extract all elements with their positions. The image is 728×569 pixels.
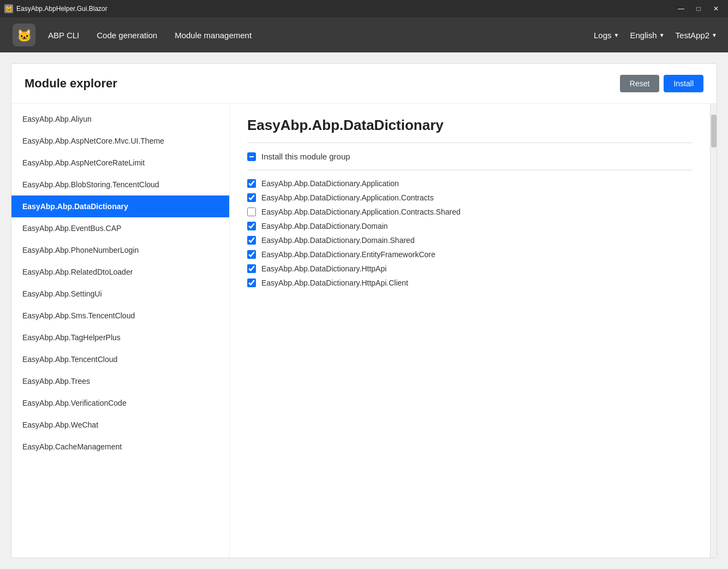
- title-bar-text: EasyAbp.AbpHelper.Gui.Blazor: [16, 5, 108, 13]
- reset-button[interactable]: Reset: [620, 75, 660, 92]
- install-group-row[interactable]: Install this module group: [247, 152, 693, 161]
- module-list-item[interactable]: EasyAbp.Abp.Aliyun: [11, 108, 229, 130]
- close-button[interactable]: ✕: [708, 3, 724, 15]
- card-header: Module explorer Reset Install: [11, 64, 717, 104]
- card-body: EasyAbp.Abp.AliyunEasyAbp.Abp.AspNetCore…: [11, 104, 717, 558]
- module-list: EasyAbp.Abp.AliyunEasyAbp.Abp.AspNetCore…: [11, 104, 230, 558]
- module-list-item[interactable]: EasyAbp.Abp.AspNetCoreRateLimit: [11, 152, 229, 174]
- module-explorer-title: Module explorer: [25, 76, 117, 91]
- navbar: 🐱 ABP CLI Code generation Module managem…: [0, 17, 728, 52]
- module-list-item[interactable]: EasyAbp.Abp.PhoneNumberLogin: [11, 239, 229, 261]
- submodule-checkbox[interactable]: [247, 250, 256, 259]
- scrollbar-thumb[interactable]: [711, 115, 717, 147]
- submodule-label[interactable]: EasyAbp.Abp.DataDictionary.Application.C…: [261, 208, 461, 216]
- submodule-row: EasyAbp.Abp.DataDictionary.HttpApi.Clien…: [247, 278, 693, 287]
- logs-chevron-icon: ▼: [614, 32, 619, 38]
- module-list-item[interactable]: EasyAbp.Abp.Trees: [11, 370, 229, 392]
- module-list-item[interactable]: EasyAbp.Abp.AspNetCore.Mvc.UI.Theme: [11, 130, 229, 152]
- module-list-item[interactable]: EasyAbp.Abp.DataDictionary: [11, 195, 229, 217]
- svg-text:🐱: 🐱: [17, 28, 32, 43]
- module-list-item[interactable]: EasyAbp.Abp.WeChat: [11, 414, 229, 436]
- install-group-label: Install this module group: [261, 152, 350, 161]
- nav-module-management[interactable]: Module management: [175, 31, 252, 40]
- submodule-label[interactable]: EasyAbp.Abp.DataDictionary.Domain.Shared: [261, 236, 415, 245]
- install-button[interactable]: Install: [664, 75, 703, 92]
- app-icon: 🐱: [4, 4, 13, 13]
- app-dropdown[interactable]: TestApp2 ▼: [676, 31, 717, 40]
- module-list-item[interactable]: EasyAbp.Abp.Sms.TencentCloud: [11, 305, 229, 327]
- module-list-item[interactable]: EasyAbp.Abp.VerificationCode: [11, 392, 229, 414]
- module-list-item[interactable]: EasyAbp.Abp.SettingUi: [11, 283, 229, 305]
- app-chevron-icon: ▼: [712, 32, 717, 38]
- submodule-row: EasyAbp.Abp.DataDictionary.Application.C…: [247, 193, 693, 202]
- submodule-label[interactable]: EasyAbp.Abp.DataDictionary.EntityFramewo…: [261, 250, 435, 259]
- logs-dropdown[interactable]: Logs ▼: [594, 31, 619, 40]
- submodule-label[interactable]: EasyAbp.Abp.DataDictionary.Application.C…: [261, 193, 434, 202]
- navbar-links: ABP CLI Code generation Module managemen…: [48, 31, 594, 40]
- language-label: English: [630, 31, 657, 40]
- submodule-checkbox[interactable]: [247, 179, 256, 188]
- submodule-row: EasyAbp.Abp.DataDictionary.Application: [247, 179, 693, 188]
- submodule-checkbox[interactable]: [247, 222, 256, 230]
- title-bar-controls[interactable]: — □ ✕: [673, 3, 724, 15]
- app-label: TestApp2: [676, 31, 710, 40]
- minimize-button[interactable]: —: [673, 3, 689, 15]
- title-bar: 🐱 EasyAbp.AbpHelper.Gui.Blazor — □ ✕: [0, 0, 728, 17]
- submodule-row: EasyAbp.Abp.DataDictionary.Domain.Shared: [247, 236, 693, 245]
- module-list-item[interactable]: EasyAbp.CacheManagement: [11, 436, 229, 458]
- scrollbar[interactable]: [710, 104, 717, 558]
- submodule-row: EasyAbp.Abp.DataDictionary.EntityFramewo…: [247, 250, 693, 259]
- divider-bottom: [247, 170, 693, 170]
- submodule-label[interactable]: EasyAbp.Abp.DataDictionary.Application: [261, 179, 399, 188]
- maximize-button[interactable]: □: [691, 3, 706, 15]
- submodules-container: EasyAbp.Abp.DataDictionary.ApplicationEa…: [247, 179, 693, 287]
- submodule-checkbox[interactable]: [247, 264, 256, 273]
- submodule-label[interactable]: EasyAbp.Abp.DataDictionary.HttpApi.Clien…: [261, 278, 408, 287]
- divider-top: [247, 143, 693, 143]
- module-list-item[interactable]: EasyAbp.Abp.BlobStoring.TencentCloud: [11, 174, 229, 195]
- submodule-checkbox[interactable]: [247, 193, 256, 202]
- nav-abp-cli[interactable]: ABP CLI: [48, 31, 79, 40]
- card-actions: Reset Install: [620, 75, 703, 92]
- module-list-item[interactable]: EasyAbp.Abp.TagHelperPlus: [11, 327, 229, 348]
- selected-module-title: EasyAbp.Abp.DataDictionary: [247, 117, 693, 134]
- app-logo: 🐱: [11, 22, 37, 48]
- submodule-checkbox[interactable]: [247, 236, 256, 245]
- install-group-checkbox-indeterminate[interactable]: [247, 152, 256, 161]
- module-list-item[interactable]: EasyAbp.Abp.RelatedDtoLoader: [11, 261, 229, 283]
- module-detail: EasyAbp.Abp.DataDictionary Install this …: [230, 104, 710, 558]
- submodule-label[interactable]: EasyAbp.Abp.DataDictionary.HttpApi: [261, 264, 386, 273]
- language-chevron-icon: ▼: [659, 32, 665, 38]
- submodule-checkbox[interactable]: [247, 278, 256, 287]
- nav-code-generation[interactable]: Code generation: [97, 31, 157, 40]
- module-list-item[interactable]: EasyAbp.Abp.EventBus.CAP: [11, 217, 229, 239]
- main-content: Module explorer Reset Install EasyAbp.Ab…: [0, 52, 728, 569]
- submodule-checkbox[interactable]: [247, 208, 256, 216]
- module-explorer-card: Module explorer Reset Install EasyAbp.Ab…: [11, 63, 717, 558]
- submodule-label[interactable]: EasyAbp.Abp.DataDictionary.Domain: [261, 222, 388, 230]
- submodule-row: EasyAbp.Abp.DataDictionary.Domain: [247, 222, 693, 230]
- navbar-right: Logs ▼ English ▼ TestApp2 ▼: [594, 31, 717, 40]
- title-bar-left: 🐱 EasyAbp.AbpHelper.Gui.Blazor: [4, 4, 108, 13]
- submodule-row: EasyAbp.Abp.DataDictionary.HttpApi: [247, 264, 693, 273]
- module-list-item[interactable]: EasyAbp.Abp.TencentCloud: [11, 348, 229, 370]
- language-dropdown[interactable]: English ▼: [630, 31, 664, 40]
- submodule-row: EasyAbp.Abp.DataDictionary.Application.C…: [247, 208, 693, 216]
- logs-label: Logs: [594, 31, 612, 40]
